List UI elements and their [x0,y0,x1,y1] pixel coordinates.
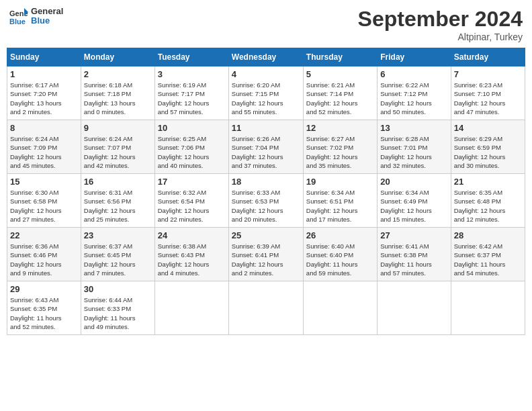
calendar-cell: 25Sunrise: 6:39 AM Sunset: 6:41 PM Dayli… [228,228,303,281]
day-info: Sunrise: 6:18 AM Sunset: 7:18 PM Dayligh… [84,81,152,116]
day-number: 21 [454,177,522,187]
calendar-cell: 16Sunrise: 6:31 AM Sunset: 6:56 PM Dayli… [81,174,154,228]
title-block: September 2024 Altpinar, Turkey [358,7,523,42]
calendar-cell: 21Sunrise: 6:35 AM Sunset: 6:48 PM Dayli… [451,174,525,228]
day-number: 14 [454,123,522,133]
day-info: Sunrise: 6:43 AM Sunset: 6:35 PM Dayligh… [10,295,78,331]
calendar-body: 1Sunrise: 6:17 AM Sunset: 7:20 PM Daylig… [7,66,525,335]
day-number: 26 [306,230,374,240]
calendar-cell [228,281,303,335]
day-info: Sunrise: 6:33 AM Sunset: 6:53 PM Dayligh… [232,188,300,224]
day-number: 3 [158,69,226,79]
day-number: 22 [10,230,78,240]
day-info: Sunrise: 6:23 AM Sunset: 7:10 PM Dayligh… [454,81,522,116]
calendar-cell: 8Sunrise: 6:24 AM Sunset: 7:09 PM Daylig… [7,120,81,174]
day-info: Sunrise: 6:32 AM Sunset: 6:54 PM Dayligh… [158,188,226,224]
day-info: Sunrise: 6:26 AM Sunset: 7:04 PM Dayligh… [232,134,300,170]
day-number: 30 [84,284,152,294]
calendar-cell: 1Sunrise: 6:17 AM Sunset: 7:20 PM Daylig… [7,66,81,120]
day-number: 4 [232,69,300,79]
day-info: Sunrise: 6:20 AM Sunset: 7:15 PM Dayligh… [232,81,300,116]
day-info: Sunrise: 6:41 AM Sunset: 6:38 PM Dayligh… [380,242,447,277]
day-number: 2 [84,69,152,79]
calendar-cell: 27Sunrise: 6:41 AM Sunset: 6:38 PM Dayli… [378,228,451,281]
calendar-cell: 28Sunrise: 6:42 AM Sunset: 6:37 PM Dayli… [451,228,525,281]
day-info: Sunrise: 6:28 AM Sunset: 7:01 PM Dayligh… [380,134,447,170]
calendar-cell: 23Sunrise: 6:37 AM Sunset: 6:45 PM Dayli… [81,228,154,281]
calendar-cell [451,281,525,335]
day-number: 6 [380,69,447,79]
calendar-cell: 9Sunrise: 6:24 AM Sunset: 7:07 PM Daylig… [81,120,154,174]
calendar-cell: 4Sunrise: 6:20 AM Sunset: 7:15 PM Daylig… [228,66,303,120]
calendar-cell: 5Sunrise: 6:21 AM Sunset: 7:14 PM Daylig… [303,66,377,120]
day-info: Sunrise: 6:30 AM Sunset: 6:58 PM Dayligh… [10,188,78,224]
calendar-cell [303,281,377,335]
calendar-header-row: SundayMondayTuesdayWednesdayThursdayFrid… [7,48,525,66]
day-info: Sunrise: 6:39 AM Sunset: 6:41 PM Dayligh… [232,242,300,277]
calendar-cell: 19Sunrise: 6:34 AM Sunset: 6:51 PM Dayli… [303,174,377,228]
day-number: 24 [158,230,226,240]
day-info: Sunrise: 6:35 AM Sunset: 6:48 PM Dayligh… [454,188,522,224]
header-wednesday: Wednesday [228,48,303,66]
day-number: 19 [306,177,374,187]
day-info: Sunrise: 6:36 AM Sunset: 6:46 PM Dayligh… [10,242,78,277]
day-number: 28 [454,230,522,240]
logo: General Blue General Blue [9,7,63,26]
calendar-cell: 30Sunrise: 6:44 AM Sunset: 6:33 PM Dayli… [81,281,154,335]
day-number: 11 [232,123,300,133]
page-header: General Blue General Blue September 2024… [7,7,525,42]
day-info: Sunrise: 6:34 AM Sunset: 6:49 PM Dayligh… [380,188,447,224]
day-number: 20 [380,177,447,187]
week-row-1: 1Sunrise: 6:17 AM Sunset: 7:20 PM Daylig… [7,66,525,120]
svg-text:Blue: Blue [9,17,26,26]
day-number: 7 [454,69,522,79]
day-number: 10 [158,123,226,133]
day-info: Sunrise: 6:17 AM Sunset: 7:20 PM Dayligh… [10,81,78,116]
day-info: Sunrise: 6:27 AM Sunset: 7:02 PM Dayligh… [306,134,374,170]
week-row-5: 29Sunrise: 6:43 AM Sunset: 6:35 PM Dayli… [7,281,525,335]
header-friday: Friday [378,48,451,66]
day-info: Sunrise: 6:42 AM Sunset: 6:37 PM Dayligh… [454,242,522,277]
calendar-cell: 11Sunrise: 6:26 AM Sunset: 7:04 PM Dayli… [228,120,303,174]
logo-line2: Blue [31,16,63,26]
calendar-cell: 7Sunrise: 6:23 AM Sunset: 7:10 PM Daylig… [451,66,525,120]
day-number: 5 [306,69,374,79]
calendar-cell: 2Sunrise: 6:18 AM Sunset: 7:18 PM Daylig… [81,66,154,120]
calendar-cell: 12Sunrise: 6:27 AM Sunset: 7:02 PM Dayli… [303,120,377,174]
calendar-cell: 14Sunrise: 6:29 AM Sunset: 6:59 PM Dayli… [451,120,525,174]
day-info: Sunrise: 6:34 AM Sunset: 6:51 PM Dayligh… [306,188,374,224]
day-info: Sunrise: 6:37 AM Sunset: 6:45 PM Dayligh… [84,242,152,277]
calendar-cell: 13Sunrise: 6:28 AM Sunset: 7:01 PM Dayli… [378,120,451,174]
day-number: 17 [158,177,226,187]
calendar-cell: 26Sunrise: 6:40 AM Sunset: 6:40 PM Dayli… [303,228,377,281]
day-info: Sunrise: 6:44 AM Sunset: 6:33 PM Dayligh… [84,295,152,331]
day-number: 13 [380,123,447,133]
calendar-cell: 20Sunrise: 6:34 AM Sunset: 6:49 PM Dayli… [378,174,451,228]
day-info: Sunrise: 6:22 AM Sunset: 7:12 PM Dayligh… [380,81,447,116]
calendar-cell: 29Sunrise: 6:43 AM Sunset: 6:35 PM Dayli… [7,281,81,335]
header-thursday: Thursday [303,48,377,66]
location: Altpinar, Turkey [358,32,523,42]
calendar-cell: 6Sunrise: 6:22 AM Sunset: 7:12 PM Daylig… [378,66,451,120]
day-number: 29 [10,284,78,294]
logo-line1: General [31,7,63,16]
header-tuesday: Tuesday [154,48,228,66]
day-number: 9 [84,123,152,133]
day-number: 1 [10,69,78,79]
day-info: Sunrise: 6:31 AM Sunset: 6:56 PM Dayligh… [84,188,152,224]
calendar-cell: 22Sunrise: 6:36 AM Sunset: 6:46 PM Dayli… [7,228,81,281]
day-info: Sunrise: 6:24 AM Sunset: 7:09 PM Dayligh… [10,134,78,170]
calendar-cell: 10Sunrise: 6:25 AM Sunset: 7:06 PM Dayli… [154,120,228,174]
day-info: Sunrise: 6:25 AM Sunset: 7:06 PM Dayligh… [158,134,226,170]
calendar-cell: 3Sunrise: 6:19 AM Sunset: 7:17 PM Daylig… [154,66,228,120]
week-row-4: 22Sunrise: 6:36 AM Sunset: 6:46 PM Dayli… [7,228,525,281]
day-info: Sunrise: 6:21 AM Sunset: 7:14 PM Dayligh… [306,81,374,116]
calendar-cell: 24Sunrise: 6:38 AM Sunset: 6:43 PM Dayli… [154,228,228,281]
calendar-cell: 15Sunrise: 6:30 AM Sunset: 6:58 PM Dayli… [7,174,81,228]
calendar-cell: 17Sunrise: 6:32 AM Sunset: 6:54 PM Dayli… [154,174,228,228]
header-monday: Monday [81,48,154,66]
day-number: 8 [10,123,78,133]
day-number: 23 [84,230,152,240]
header-saturday: Saturday [451,48,525,66]
day-info: Sunrise: 6:29 AM Sunset: 6:59 PM Dayligh… [454,134,522,170]
